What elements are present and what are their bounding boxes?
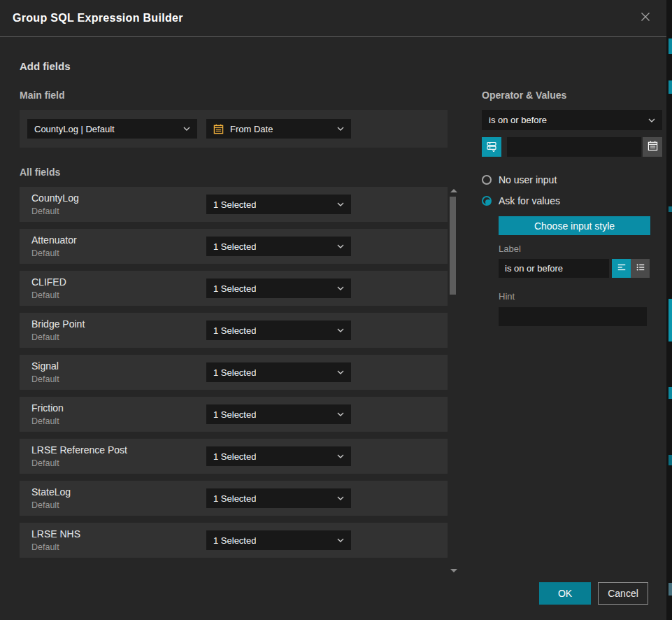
chevron-down-icon [331, 370, 344, 374]
field-subtitle: Default [31, 542, 206, 552]
group-sql-expression-builder-dialog: Group SQL Expression Builder Add fields … [0, 0, 666, 620]
field-subtitle: Default [31, 416, 206, 426]
field-name: StateLog [31, 486, 206, 498]
scroll-up-arrow-icon[interactable] [450, 189, 457, 192]
close-icon [640, 11, 651, 25]
main-field-select-value: From Date [230, 124, 273, 134]
field-list-item-text: Friction Default [31, 402, 206, 426]
all-fields-list: CountyLog Default 1 Selected Attenuator … [20, 187, 448, 575]
list-values-icon [486, 141, 497, 154]
operator-select-value: is on or before [489, 115, 547, 125]
field-selection-value: 1 Selected [213, 367, 256, 378]
main-field-heading: Main field [20, 90, 459, 101]
all-fields-heading: All fields [20, 167, 459, 178]
chevron-down-icon [331, 496, 344, 500]
label-input[interactable] [499, 259, 609, 278]
field-list-item-text: StateLog Default [31, 486, 206, 510]
chevron-down-icon [643, 118, 655, 122]
field-selection-dropdown[interactable]: 1 Selected [206, 488, 351, 508]
input-style-single-button[interactable] [612, 259, 631, 278]
radio-ask-for-values-label: Ask for values [499, 195, 560, 206]
field-list-item: LRSE NHS Default 1 Selected [20, 523, 448, 558]
field-list-item-text: Bridge Point Default [31, 318, 206, 342]
field-subtitle: Default [31, 290, 206, 300]
dialog-titlebar: Group SQL Expression Builder [0, 0, 666, 37]
field-selection-value: 1 Selected [213, 325, 256, 336]
field-selection-dropdown[interactable]: 1 Selected [206, 195, 351, 214]
bulleted-list-icon [636, 262, 645, 274]
operator-values-panel: Operator & Values is on or before [464, 90, 672, 575]
chevron-down-icon [331, 412, 344, 416]
field-name: CLIFED [31, 276, 206, 288]
chevron-down-icon [331, 127, 344, 131]
label-caption: Label [499, 244, 650, 254]
field-subtitle: Default [31, 500, 206, 510]
field-selection-dropdown[interactable]: 1 Selected [206, 362, 351, 382]
choose-input-style-button[interactable]: Choose input style [499, 216, 650, 235]
dialog-footer: OK Cancel [539, 582, 648, 605]
field-selection-dropdown[interactable]: 1 Selected [206, 320, 351, 340]
field-subtitle: Default [31, 206, 206, 216]
layer-select-value: CountyLog | Default [34, 124, 115, 134]
field-name: LRSE Reference Post [31, 444, 206, 456]
scroll-down-arrow-icon[interactable] [450, 569, 457, 572]
fields-column: Main field CountyLog | Default [20, 90, 459, 575]
field-list-item: Friction Default 1 Selected [20, 397, 448, 432]
field-list-item-text: Attenuator Default [31, 234, 206, 258]
field-selection-dropdown[interactable]: 1 Selected [206, 237, 351, 256]
layer-select-dropdown[interactable]: CountyLog | Default [27, 119, 197, 139]
chevron-down-icon [178, 127, 190, 131]
field-selection-dropdown[interactable]: 1 Selected [206, 279, 351, 298]
radio-no-user-input[interactable]: No user input [482, 174, 662, 185]
main-field-select-dropdown[interactable]: From Date [206, 119, 351, 139]
operator-values-heading: Operator & Values [482, 90, 662, 101]
field-subtitle: Default [31, 458, 206, 468]
dialog-title: Group SQL Expression Builder [13, 12, 637, 24]
ok-button[interactable]: OK [539, 582, 591, 605]
date-calendar-icon [213, 124, 224, 134]
scrollbar-thumb[interactable] [450, 197, 456, 295]
field-name: LRSE NHS [31, 528, 206, 540]
date-picker-button[interactable] [643, 137, 662, 157]
radio-ask-for-values[interactable]: Ask for values [482, 195, 662, 206]
field-selection-value: 1 Selected [213, 199, 256, 210]
field-name: Signal [31, 360, 206, 372]
field-list-item-text: LRSE Reference Post Default [31, 444, 206, 468]
pick-values-button[interactable] [482, 137, 501, 157]
field-list-item-text: CountyLog Default [31, 192, 206, 216]
field-selection-value: 1 Selected [213, 493, 256, 504]
radio-no-user-input-label: No user input [499, 174, 557, 185]
backdrop-artifact [669, 38, 672, 54]
value-input-row [482, 137, 662, 157]
main-field-panel: CountyLog | Default [20, 110, 448, 148]
add-fields-heading: Add fields [20, 60, 666, 72]
field-selection-value: 1 Selected [213, 451, 256, 462]
list-scrollbar[interactable] [448, 187, 459, 575]
field-name: Bridge Point [31, 318, 206, 330]
dialog-body: Add fields Main field CountyLog | Defaul… [0, 37, 666, 575]
field-selection-dropdown[interactable]: 1 Selected [206, 446, 351, 466]
field-selection-dropdown[interactable]: 1 Selected [206, 404, 351, 424]
field-list-item: Attenuator Default 1 Selected [20, 229, 448, 264]
chevron-down-icon [331, 538, 344, 542]
chevron-down-icon [331, 202, 344, 206]
chevron-down-icon [331, 244, 344, 248]
hint-input[interactable] [499, 307, 647, 326]
screen: Group SQL Expression Builder Add fields … [0, 0, 672, 620]
field-list-item-text: Signal Default [31, 360, 206, 384]
operator-select-dropdown[interactable]: is on or before [482, 110, 662, 130]
input-style-list-button[interactable] [631, 259, 650, 278]
align-left-icon [617, 262, 627, 274]
chevron-down-icon [331, 286, 344, 290]
field-subtitle: Default [31, 374, 206, 384]
field-selection-value: 1 Selected [213, 241, 256, 252]
radio-button[interactable] [482, 196, 492, 206]
radio-button[interactable] [482, 175, 492, 185]
field-list-item: LRSE Reference Post Default 1 Selected [20, 439, 448, 474]
cancel-button[interactable]: Cancel [598, 582, 648, 605]
close-button[interactable] [637, 10, 654, 27]
field-selection-dropdown[interactable]: 1 Selected [206, 530, 351, 550]
field-list-item: Signal Default 1 Selected [20, 355, 448, 390]
field-list-item: CountyLog Default 1 Selected [20, 187, 448, 222]
value-input[interactable] [507, 137, 641, 157]
